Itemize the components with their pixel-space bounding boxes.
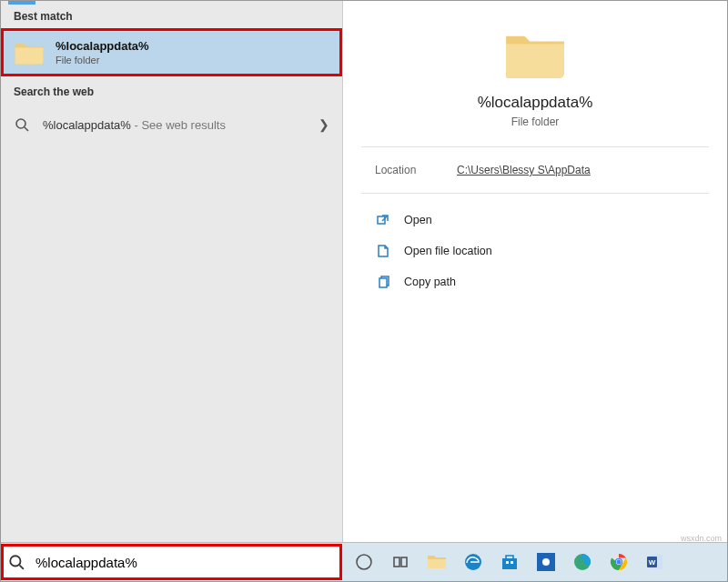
file-explorer-icon[interactable] bbox=[426, 551, 448, 573]
svg-point-0 bbox=[16, 119, 25, 128]
chevron-right-icon: ❯ bbox=[318, 117, 329, 132]
svg-point-14 bbox=[542, 558, 550, 566]
open-location-icon bbox=[375, 243, 391, 259]
svg-rect-12 bbox=[511, 561, 513, 564]
search-input[interactable] bbox=[34, 554, 334, 571]
action-label: Open bbox=[404, 214, 432, 226]
svg-point-6 bbox=[357, 555, 371, 569]
action-open-location[interactable]: Open file location bbox=[375, 236, 700, 266]
svg-rect-3 bbox=[379, 278, 387, 287]
best-match-label: Best match bbox=[1, 1, 342, 28]
best-match-result[interactable]: %localappdata% File folder bbox=[1, 28, 342, 76]
best-match-title: %localappdata% bbox=[56, 39, 149, 53]
open-icon bbox=[375, 212, 391, 228]
search-icon bbox=[8, 554, 25, 570]
app-icon[interactable] bbox=[535, 551, 557, 573]
svg-rect-10 bbox=[502, 558, 517, 569]
svg-text:W: W bbox=[649, 558, 656, 567]
svg-rect-11 bbox=[506, 561, 509, 564]
store-icon[interactable] bbox=[499, 551, 521, 573]
preview-pane: %localappdata% File folder Location C:\U… bbox=[343, 1, 727, 542]
taskbar-search[interactable] bbox=[1, 544, 342, 580]
word-icon[interactable]: W bbox=[644, 551, 666, 573]
task-view-icon[interactable] bbox=[389, 551, 411, 573]
folder-icon bbox=[14, 40, 45, 65]
action-copy-path[interactable]: Copy path bbox=[375, 266, 700, 297]
svg-rect-8 bbox=[401, 557, 407, 567]
actions-list: Open Open file location bbox=[343, 194, 727, 297]
action-open[interactable]: Open bbox=[375, 205, 700, 236]
svg-point-20 bbox=[617, 560, 622, 565]
search-icon bbox=[14, 116, 30, 133]
edge-icon[interactable] bbox=[571, 551, 593, 573]
location-path[interactable]: C:\Users\Blessy S\AppData bbox=[457, 164, 591, 176]
edge-legacy-icon[interactable] bbox=[462, 551, 484, 573]
svg-rect-7 bbox=[394, 557, 399, 567]
web-result-text: %localappdata% - See web results bbox=[43, 118, 318, 132]
watermark: wsxdn.com bbox=[681, 534, 722, 543]
taskbar: W bbox=[1, 542, 727, 581]
folder-icon bbox=[503, 28, 567, 81]
chrome-icon[interactable] bbox=[608, 551, 630, 573]
action-label: Open file location bbox=[404, 245, 492, 257]
action-label: Copy path bbox=[404, 276, 456, 288]
svg-line-1 bbox=[25, 127, 28, 131]
location-label: Location bbox=[375, 164, 457, 176]
category-indicator bbox=[8, 1, 35, 5]
web-result[interactable]: %localappdata% - See web results ❯ bbox=[1, 104, 342, 146]
copy-icon bbox=[375, 274, 391, 290]
svg-point-4 bbox=[10, 556, 20, 566]
best-match-subtitle: File folder bbox=[56, 55, 149, 65]
search-web-label: Search the web bbox=[1, 76, 342, 104]
preview-subtitle: File folder bbox=[511, 115, 560, 128]
results-pane: Best match %localappdata% File folder Se… bbox=[1, 1, 343, 542]
cortana-icon[interactable] bbox=[353, 551, 375, 573]
svg-line-5 bbox=[19, 565, 24, 569]
preview-title: %localappdata% bbox=[478, 94, 593, 112]
